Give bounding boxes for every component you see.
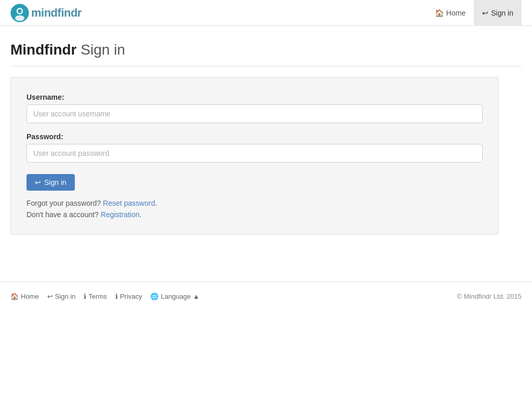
page-title: Mindfindr Sign in <box>10 42 522 66</box>
brand-logo-link[interactable]: mindfindr <box>10 4 82 22</box>
signin-button-label: Sign in <box>44 178 66 187</box>
nav-signin[interactable]: ↩ Sign in <box>474 0 522 26</box>
registration-link[interactable]: Registration <box>101 210 140 219</box>
page-title-brand: Mindfindr <box>10 42 77 58</box>
password-group: Password: <box>26 132 483 163</box>
navbar-nav: 🏠 Home ↩ Sign in <box>427 0 522 26</box>
footer-home-link[interactable]: 🏠 Home <box>10 292 39 300</box>
register-text: Don't have a account? Registration. <box>26 210 483 219</box>
footer-signin-link[interactable]: ↩ Sign in <box>47 292 76 300</box>
nav-home[interactable]: 🏠 Home <box>427 0 474 26</box>
footer-copyright: © Mindfindr Ltd. 2015 <box>457 292 522 300</box>
footer-language-chevron-icon: ▲ <box>193 292 200 300</box>
brand-name: mindfindr <box>31 6 82 20</box>
svg-point-3 <box>15 15 24 21</box>
username-label: Username: <box>26 93 483 101</box>
brand-logo-icon <box>10 4 29 22</box>
username-group: Username: <box>26 93 483 123</box>
footer: 🏠 Home ↩ Sign in ℹ Terms ℹ Privacy 🌐 Lan… <box>0 282 532 311</box>
footer-privacy-icon: ℹ <box>115 292 118 300</box>
reset-password-link[interactable]: Reset password <box>103 199 155 207</box>
navbar: mindfindr 🏠 Home ↩ Sign in <box>0 0 532 26</box>
footer-language-link[interactable]: 🌐 Language ▲ <box>150 292 200 300</box>
footer-nav: 🏠 Home ↩ Sign in ℹ Terms ℹ Privacy 🌐 Lan… <box>10 292 200 300</box>
username-input[interactable] <box>26 104 483 123</box>
nav-home-label: Home <box>446 9 466 17</box>
nav-signin-label: Sign in <box>491 9 513 17</box>
password-input[interactable] <box>26 144 483 163</box>
footer-signin-icon: ↩ <box>47 292 53 300</box>
footer-home-label: Home <box>21 292 39 300</box>
footer-privacy-label: Privacy <box>120 292 142 300</box>
footer-terms-label: Terms <box>88 292 107 300</box>
footer-terms-icon: ℹ <box>84 292 86 300</box>
form-links: Forgot your password? Reset password. Do… <box>26 199 483 219</box>
page-title-action: Sign in <box>81 42 125 58</box>
footer-language-label: Language <box>161 292 191 300</box>
signin-nav-icon: ↩ <box>482 9 488 17</box>
svg-point-2 <box>18 9 21 12</box>
password-label: Password: <box>26 132 483 141</box>
footer-language-icon: 🌐 <box>150 292 158 300</box>
signin-form-card: Username: Password: ↩ Sign in Forgot you… <box>10 77 499 235</box>
main-content: Mindfindr Sign in Username: Password: ↩ … <box>0 26 532 250</box>
footer-terms-link[interactable]: ℹ Terms <box>84 292 107 300</box>
footer-signin-label: Sign in <box>55 292 76 300</box>
footer-home-icon: 🏠 <box>10 292 19 300</box>
footer-privacy-link[interactable]: ℹ Privacy <box>115 292 142 300</box>
home-icon: 🏠 <box>435 9 444 17</box>
forgot-password-text: Forgot your password? Reset password. <box>26 199 483 207</box>
signin-button-icon: ↩ <box>35 178 41 187</box>
signin-button[interactable]: ↩ Sign in <box>26 174 75 191</box>
